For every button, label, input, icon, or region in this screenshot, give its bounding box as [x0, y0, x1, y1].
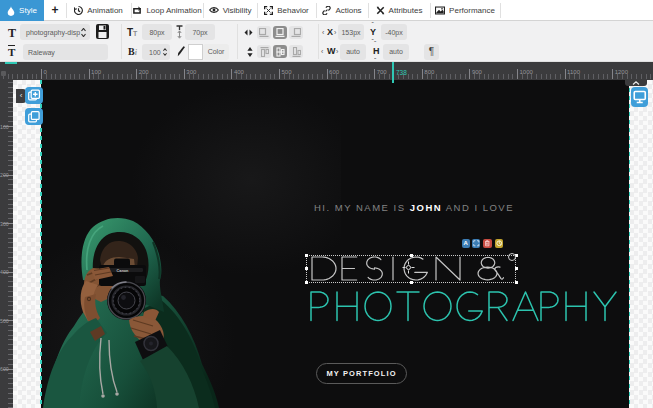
svg-text:Canon: Canon — [117, 269, 129, 273]
